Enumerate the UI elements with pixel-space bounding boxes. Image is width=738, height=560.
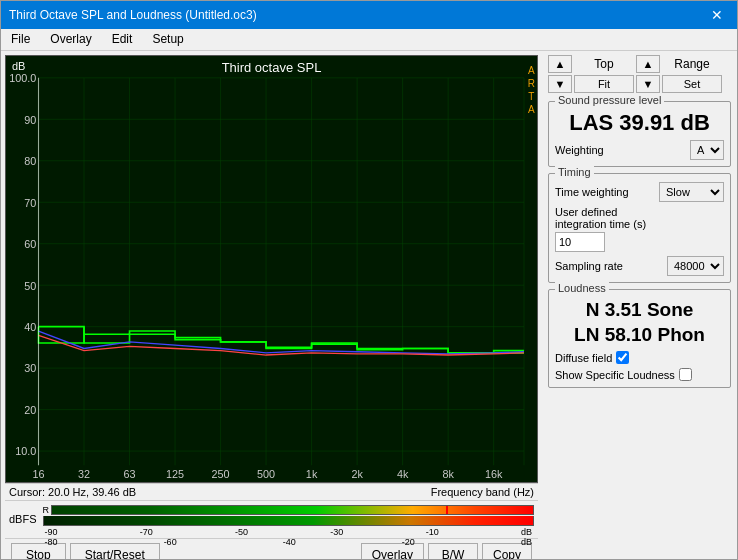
time-weighting-label: Time weighting (555, 186, 629, 198)
svg-text:70: 70 (24, 197, 36, 209)
chart-container: dB Third octave SPL ARTA (5, 55, 538, 483)
dbfs2-scale-20: -20 (402, 537, 415, 547)
weighting-select[interactable]: A B C Z (690, 140, 724, 160)
timing-group: Timing Time weighting Fast Slow Impulse … (548, 173, 731, 283)
dbfs-scale-70: -70 (140, 527, 153, 537)
dbfs-scale-10: -10 (426, 527, 439, 537)
range-down-button[interactable]: ▼ (636, 75, 660, 93)
y-axis-label: dB (12, 60, 25, 72)
menu-setup[interactable]: Setup (146, 31, 189, 48)
svg-text:2k: 2k (351, 468, 363, 480)
specific-loudness-checkbox[interactable] (679, 368, 692, 381)
right-panel: ▲ Top ▲ Range ▼ Fit ▼ Set Sound pressure… (542, 51, 737, 559)
svg-text:1k: 1k (306, 468, 318, 480)
fit-button[interactable]: Fit (574, 75, 634, 93)
svg-text:63: 63 (124, 468, 136, 480)
chart-title: Third octave SPL (222, 60, 322, 75)
dbfs-scale: R -90 -70 -50 -30 -10 dB (43, 505, 534, 533)
dbfs2-scale-80: -80 (45, 537, 58, 547)
svg-rect-0 (6, 56, 537, 482)
svg-text:10.0: 10.0 (15, 445, 36, 457)
close-button[interactable]: ✕ (705, 5, 729, 25)
weighting-label: Weighting (555, 144, 604, 156)
svg-text:4k: 4k (397, 468, 409, 480)
svg-text:80: 80 (24, 155, 36, 167)
spl-value: LAS 39.91 dB (555, 110, 724, 136)
svg-text:125: 125 (166, 468, 184, 480)
svg-text:16: 16 (32, 468, 44, 480)
dbfs-scale-50: -50 (235, 527, 248, 537)
svg-text:50: 50 (24, 280, 36, 292)
dbfs-scale-90: -90 (45, 527, 58, 537)
chart-info-bar: Cursor: 20.0 Hz, 39.46 dB Frequency band… (5, 483, 538, 500)
svg-text:100.0: 100.0 (9, 72, 36, 84)
dbfs2-scale-60: -60 (164, 537, 177, 547)
svg-text:40: 40 (24, 321, 36, 333)
diffuse-label: Diffuse field (555, 352, 612, 364)
sampling-select[interactable]: 44100 48000 96000 (667, 256, 724, 276)
dbfs-scale-30: -30 (330, 527, 343, 537)
title-bar: Third Octave SPL and Loudness (Untitled.… (1, 1, 737, 29)
content-area: dB Third octave SPL ARTA (1, 51, 737, 559)
time-weighting-select[interactable]: Fast Slow Impulse (659, 182, 724, 202)
menu-edit[interactable]: Edit (106, 31, 139, 48)
integration-input[interactable]: 10 (555, 232, 605, 252)
svg-text:90: 90 (24, 114, 36, 126)
svg-text:32: 32 (78, 468, 90, 480)
arta-label: ARTA (528, 64, 535, 116)
loudness-value: N 3.51 Sone LN 58.10 Phon (555, 298, 724, 347)
dbfs2-scale-db2: dB (521, 537, 532, 547)
spl-group: Sound pressure level LAS 39.91 dB Weight… (548, 101, 731, 167)
svg-text:60: 60 (24, 238, 36, 250)
menu-bar: File Overlay Edit Setup (1, 29, 737, 51)
timing-group-title: Timing (555, 166, 594, 178)
dbfs-scale-db: dB (521, 527, 532, 537)
loudness-group: Loudness N 3.51 Sone LN 58.10 Phon Diffu… (548, 289, 731, 388)
svg-text:500: 500 (257, 468, 275, 480)
dbfs-bar: dBFS R -90 -70 -50 -30 (5, 500, 538, 538)
range-up-button[interactable]: ▲ (636, 55, 660, 73)
set-button[interactable]: Set (662, 75, 722, 93)
svg-text:250: 250 (212, 468, 230, 480)
specific-loudness-label: Show Specific Loudness (555, 369, 675, 381)
window-title: Third Octave SPL and Loudness (Untitled.… (9, 8, 257, 22)
dbfs-r-label: R (43, 505, 50, 515)
spl-group-title: Sound pressure level (555, 94, 664, 106)
freq-label: Frequency band (Hz) (431, 486, 534, 498)
sampling-label: Sampling rate (555, 260, 623, 272)
loudness-line1: N 3.51 Sone (586, 299, 694, 320)
menu-file[interactable]: File (5, 31, 36, 48)
loudness-group-title: Loudness (555, 282, 609, 294)
main-window: Third Octave SPL and Loudness (Untitled.… (0, 0, 738, 560)
cursor-info: Cursor: 20.0 Hz, 39.46 dB (9, 486, 136, 498)
dbfs-label: dBFS (9, 513, 37, 525)
menu-overlay[interactable]: Overlay (44, 31, 97, 48)
svg-text:30: 30 (24, 362, 36, 374)
range-label: Range (662, 56, 722, 72)
integration-label: User definedintegration time (s) (555, 206, 646, 230)
dbfs2-scale-40: -40 (283, 537, 296, 547)
top-label: Top (574, 56, 634, 72)
svg-text:8k: 8k (442, 468, 454, 480)
top-down-button[interactable]: ▼ (548, 75, 572, 93)
diffuse-checkbox[interactable] (616, 351, 629, 364)
chart-area: dB Third octave SPL ARTA (1, 51, 542, 559)
top-up-button[interactable]: ▲ (548, 55, 572, 73)
chart-svg: 100.0 90 80 70 60 50 40 30 20 10.0 16 (6, 56, 537, 482)
svg-text:16k: 16k (485, 468, 503, 480)
svg-text:20: 20 (24, 404, 36, 416)
loudness-line2: LN 58.10 Phon (574, 324, 705, 345)
